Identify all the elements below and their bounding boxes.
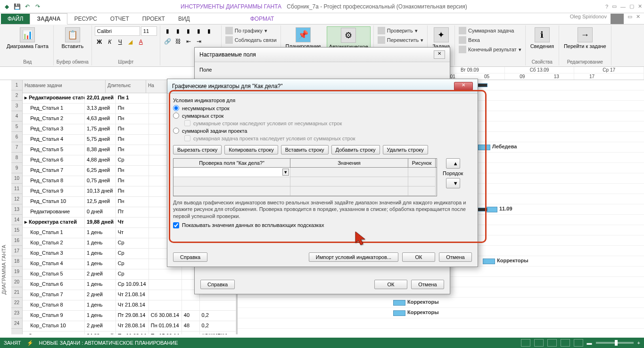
- tab-format[interactable]: ФОРМАТ: [244, 14, 281, 24]
- dialog-close-button[interactable]: ✕: [454, 82, 473, 90]
- indent-75-icon[interactable]: ▮: [194, 26, 204, 36]
- by-schedule-button[interactable]: По графику ▾: [224, 26, 278, 35]
- gantt-bar[interactable]: [393, 300, 405, 306]
- redo-icon[interactable]: ↷: [33, 2, 42, 11]
- gantt-bar[interactable]: [393, 310, 405, 316]
- radio-nonsummary[interactable]: несуммарных строк: [173, 105, 472, 111]
- dialog-close-button[interactable]: ✕: [434, 50, 445, 59]
- tab-view[interactable]: ВИД: [172, 14, 197, 24]
- outdent-icon[interactable]: ⇤: [184, 37, 193, 46]
- gantt-label: Корректоры: [407, 309, 439, 315]
- fill-color-button[interactable]: ◢: [126, 37, 135, 47]
- table-row[interactable]: Кор_Статья 91 деньПт 29.08.14Сб 30.08.14…: [23, 311, 236, 321]
- paste-icon: 📋: [65, 27, 80, 42]
- paste-button[interactable]: 📋 Вставить: [57, 26, 89, 50]
- move-button[interactable]: Переместить ▾: [377, 36, 424, 44]
- gantt-bar[interactable]: [478, 145, 490, 150]
- tab-task[interactable]: ЗАДАЧА: [30, 13, 67, 24]
- radio-project-summary[interactable]: суммарной задачи проекта: [173, 128, 472, 134]
- tab-project[interactable]: ПРОЕКТ: [136, 14, 172, 24]
- move-down-button[interactable]: ▼: [446, 178, 460, 188]
- indent-0-icon[interactable]: ▮: [163, 26, 173, 36]
- view-resource-icon[interactable]: [561, 339, 570, 347]
- help-button[interactable]: Справка: [200, 280, 235, 289]
- zoom-out-icon[interactable]: ▬: [587, 340, 592, 346]
- view-usage-icon[interactable]: [534, 339, 544, 347]
- indent-icon[interactable]: ⇥: [194, 37, 204, 46]
- links-icon: [225, 36, 233, 44]
- view-gantt-icon[interactable]: [521, 339, 530, 347]
- table-row[interactable]: ▾: [173, 168, 437, 177]
- zoom-slider[interactable]: [596, 342, 634, 344]
- doc-restore-icon[interactable]: ▭: [627, 14, 632, 24]
- dropdown-icon[interactable]: ▾: [282, 169, 289, 176]
- zoom-in-icon[interactable]: +: [637, 340, 640, 346]
- bold-button[interactable]: Ж: [95, 37, 104, 47]
- insert-row-button[interactable]: Вставить строку: [281, 145, 329, 154]
- check-button[interactable]: Проверить ▾: [377, 26, 424, 35]
- ok-button[interactable]: ОК: [374, 280, 407, 289]
- font-color-button[interactable]: A: [136, 37, 146, 47]
- details-button[interactable]: ℹ Сведения: [528, 26, 556, 50]
- deliverable-button[interactable]: Конечный результат ▾: [458, 45, 522, 54]
- copy-row-button[interactable]: Копировать строку: [224, 145, 278, 154]
- doc-close-icon[interactable]: ✕: [636, 14, 640, 24]
- radio-summary[interactable]: суммарных строк: [173, 113, 472, 119]
- cut-row-button[interactable]: Вырезать строку: [173, 145, 222, 154]
- link-icon[interactable]: 🔗: [163, 37, 173, 46]
- font-name-select[interactable]: [95, 26, 140, 36]
- ok-button[interactable]: ОК: [402, 252, 435, 262]
- clipboard-group-label: Буфер обмена: [57, 58, 89, 65]
- indent-100-icon[interactable]: ▮: [205, 26, 214, 36]
- close-icon[interactable]: ✕: [638, 3, 642, 9]
- user-avatar[interactable]: [611, 14, 624, 24]
- ribbon-toggle-icon[interactable]: ▭: [612, 3, 617, 9]
- tab-resource[interactable]: РЕСУРС: [67, 14, 103, 24]
- import-button[interactable]: Импорт условий индикаторов...: [309, 252, 398, 262]
- table-row[interactable]: Кор_Статья 81 деньЧт 21.08.14: [23, 300, 236, 311]
- tab-report[interactable]: ОТЧЕТ: [104, 14, 136, 24]
- minimize-icon[interactable]: —: [620, 4, 626, 9]
- font-size-select[interactable]: [141, 26, 157, 36]
- unlink-icon[interactable]: ⛓: [173, 37, 183, 46]
- milestone-button[interactable]: Веха: [458, 36, 522, 44]
- cancel-button[interactable]: Отмена: [411, 280, 444, 289]
- help-icon[interactable]: ?: [605, 4, 608, 9]
- respect-links-button[interactable]: Соблюдать связи: [224, 36, 278, 44]
- statusbar: ЗАНЯТ ⚡ НОВЫЕ ЗАДАЧИ : АВТОМАТИЧЕСКОЕ ПЛ…: [0, 338, 644, 348]
- maximize-icon[interactable]: ▢: [629, 3, 634, 9]
- undo-icon[interactable]: ↶: [23, 2, 32, 11]
- view-team-icon[interactable]: [547, 339, 557, 347]
- summary-task-button[interactable]: Суммарная задача: [458, 26, 522, 35]
- move-icon: [378, 36, 385, 44]
- task-button[interactable]: ✦ Задача: [430, 26, 452, 50]
- check-icon: [378, 27, 385, 34]
- gantt-chart-button[interactable]: 📊 Диаграмма Ганта: [5, 26, 50, 50]
- move-up-button[interactable]: ▲: [446, 158, 460, 169]
- delete-row-button[interactable]: Удалить строку: [383, 145, 428, 154]
- table-row[interactable]: ▸ Заседание редсовета24.38 днейПн 11.08.…: [23, 332, 236, 334]
- col-header-duration[interactable]: Длительнс: [106, 80, 146, 93]
- indent-50-icon[interactable]: ▮: [184, 26, 193, 36]
- check-project-inherit: суммарная задача проекта наследует услов…: [184, 135, 472, 141]
- view-report-icon[interactable]: [574, 339, 583, 347]
- goto-task-button[interactable]: → Перейти к задаче: [562, 26, 608, 50]
- table-row[interactable]: Кор_Статья 102 днейЧт 28.08.14Пн 01.09.1…: [23, 321, 236, 332]
- add-row-button[interactable]: Добавить строку: [331, 145, 380, 154]
- indicators-table[interactable]: Проверка поля "Как дела?" Значения Рисун…: [173, 158, 437, 196]
- status-new-tasks: НОВЫЕ ЗАДАЧИ : АВТОМАТИЧЕСКОЕ ПЛАНИРОВАН…: [39, 340, 178, 346]
- help-button[interactable]: Справка: [173, 252, 207, 262]
- indent-25-icon[interactable]: ▮: [173, 26, 183, 36]
- col-header-name[interactable]: Название задачи: [23, 80, 106, 93]
- tab-file[interactable]: ФАЙЛ: [1, 14, 30, 24]
- check-show-tooltip[interactable]: Показывать значения данных во всплывающи…: [173, 222, 472, 228]
- cancel-button[interactable]: Отмена: [439, 252, 472, 262]
- italic-button[interactable]: К: [105, 37, 115, 47]
- app-icon[interactable]: ◆: [2, 2, 11, 11]
- gantt-bar[interactable]: [483, 259, 495, 264]
- save-icon[interactable]: 💾: [12, 2, 22, 11]
- underline-button[interactable]: Ч: [116, 37, 125, 47]
- user-name[interactable]: Oleg Spiridonov: [570, 14, 607, 24]
- col-values: Значения: [290, 159, 408, 167]
- auto-icon: ⚙: [341, 28, 356, 43]
